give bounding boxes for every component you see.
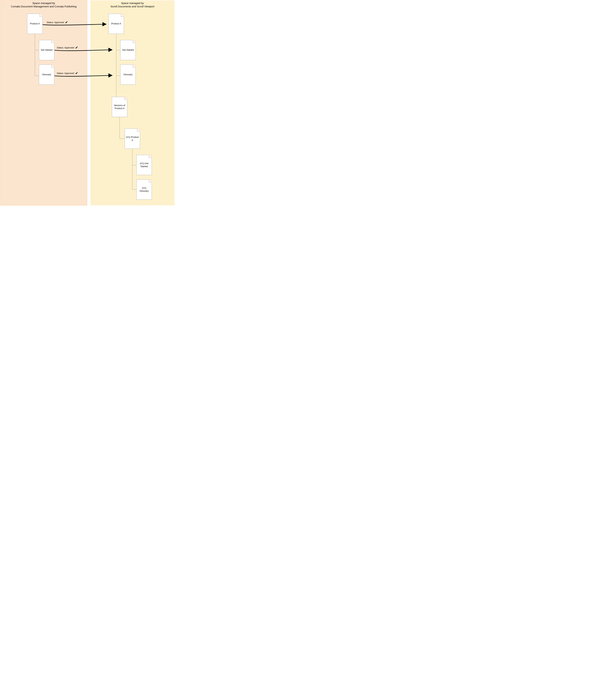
left-panel-title: Space managed by Comala Document Managem… xyxy=(1,1,87,8)
edge-label-1: Status: Approved ✔ xyxy=(47,21,68,24)
check-icon: ✔ xyxy=(65,21,68,24)
page-right-v1-product-a: (V1) Product A xyxy=(125,129,140,149)
page-right-v1-glossary: (V1) Glossary xyxy=(136,180,152,199)
page-right-v1-get-started: (V1) Get Started xyxy=(136,155,152,175)
right-title-line2: Scroll Documents and Scroll Viewport xyxy=(110,5,154,8)
page-right-glossary: Glossary xyxy=(120,64,136,85)
page-right-versions: Versions of Product A xyxy=(112,97,127,117)
page-left-get-started: Get Started xyxy=(39,40,54,60)
page-left-glossary: Glossary xyxy=(39,64,54,85)
right-panel-title: Space managed by Scroll Documents and Sc… xyxy=(90,1,174,8)
left-title-line1: Space managed by xyxy=(32,2,55,5)
check-icon: ✔ xyxy=(75,46,78,49)
left-title-line2: Comala Document Management and Comala Pu… xyxy=(11,5,77,8)
right-title-line1: Space managed by xyxy=(121,2,144,5)
page-right-get-started: Get Started xyxy=(120,40,136,60)
edge-label-text: Status: Approved xyxy=(57,72,74,75)
right-space-panel: Space managed by Scroll Documents and Sc… xyxy=(90,0,175,206)
page-left-product-a: Product A xyxy=(27,14,42,34)
edge-label-2: Status: Approved ✔ xyxy=(57,46,78,49)
check-icon: ✔ xyxy=(75,72,78,75)
edge-label-text: Status: Approved xyxy=(57,46,74,49)
page-right-product-a: Product A xyxy=(109,14,124,34)
edge-label-text: Status: Approved xyxy=(47,21,64,24)
left-space-panel: Space managed by Comala Document Managem… xyxy=(0,0,87,206)
diagram-canvas: Space managed by Comala Document Managem… xyxy=(0,0,175,206)
edge-label-3: Status: Approved ✔ xyxy=(57,72,78,75)
